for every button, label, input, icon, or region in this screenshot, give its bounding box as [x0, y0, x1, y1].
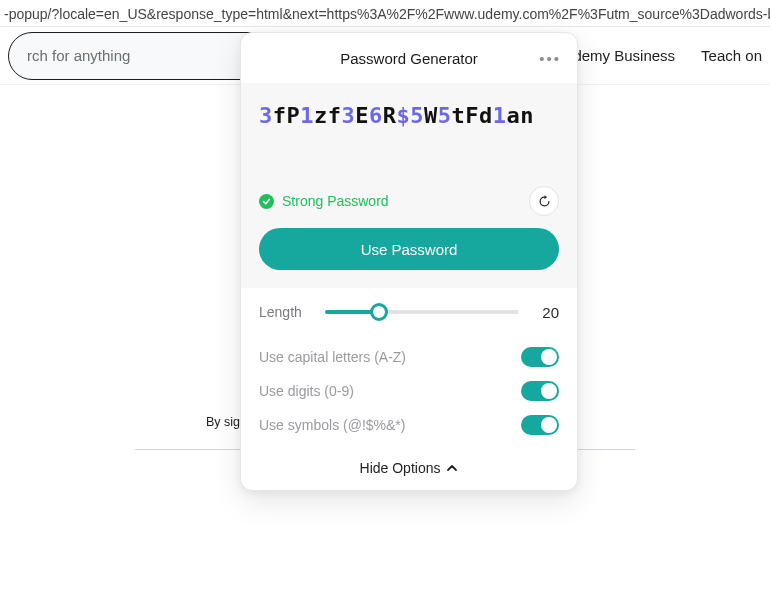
slider-handle[interactable]	[370, 303, 388, 321]
option-symbols-toggle[interactable]	[521, 415, 559, 435]
option-capital: Use capital letters (A-Z)	[259, 340, 559, 374]
option-digits: Use digits (0-9)	[259, 374, 559, 408]
password-generator-popup: Password Generator ••• 3fP1zf3E6R$5W5tFd…	[240, 32, 578, 491]
regenerate-button[interactable]	[529, 186, 559, 216]
length-value: 20	[533, 304, 559, 321]
generated-password: 3fP1zf3E6R$5W5tFd1an	[259, 103, 559, 128]
url-bar: -popup/?locale=en_US&response_type=html&…	[0, 0, 770, 27]
nav-teach-on[interactable]: Teach on	[701, 47, 762, 64]
password-zone: 3fP1zf3E6R$5W5tFd1an Strong Password Use…	[241, 83, 577, 288]
strength-label: Strong Password	[282, 193, 389, 209]
popup-header: Password Generator •••	[241, 33, 577, 83]
option-capital-label: Use capital letters (A-Z)	[259, 349, 406, 365]
refresh-icon	[537, 194, 552, 209]
hide-options-toggle[interactable]: Hide Options	[241, 446, 577, 490]
hide-options-label: Hide Options	[360, 460, 441, 476]
option-symbols: Use symbols (@!$%&*)	[259, 408, 559, 442]
popup-title: Password Generator	[340, 50, 478, 67]
use-password-button[interactable]: Use Password	[259, 228, 559, 270]
length-row: Length 20	[259, 302, 559, 322]
options-panel: Length 20 Use capital letters (A-Z) Use …	[241, 288, 577, 446]
check-icon	[259, 194, 274, 209]
option-digits-label: Use digits (0-9)	[259, 383, 354, 399]
strength-indicator: Strong Password	[259, 193, 389, 209]
more-options-icon[interactable]: •••	[539, 50, 561, 67]
chevron-up-icon	[446, 462, 458, 474]
strength-row: Strong Password	[259, 186, 559, 216]
option-capital-toggle[interactable]	[521, 347, 559, 367]
option-digits-toggle[interactable]	[521, 381, 559, 401]
nav-udemy-business[interactable]: Udemy Business	[563, 47, 676, 64]
option-symbols-label: Use symbols (@!$%&*)	[259, 417, 405, 433]
length-slider[interactable]	[325, 302, 519, 322]
length-label: Length	[259, 304, 311, 320]
